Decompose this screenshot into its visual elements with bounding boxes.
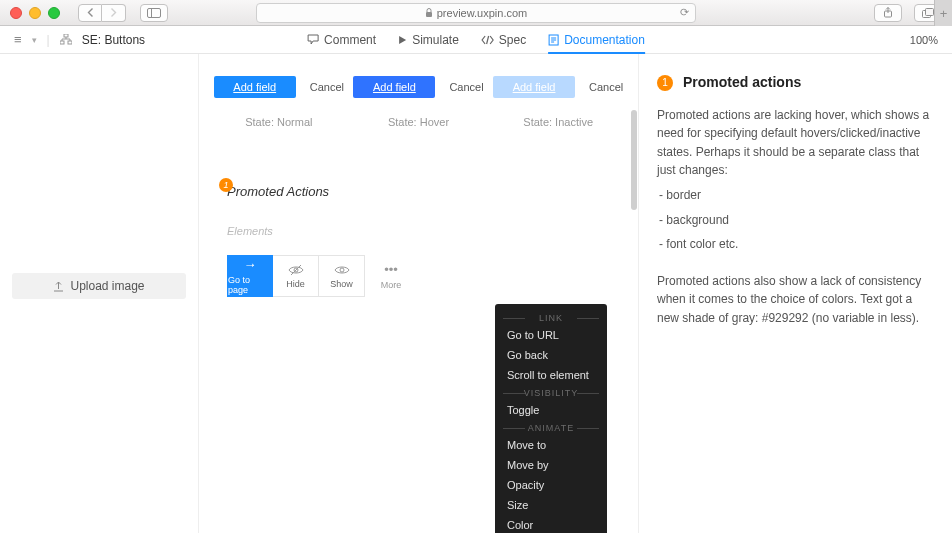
dropdown-item-opacity[interactable]: Opacity bbox=[495, 475, 607, 495]
play-icon bbox=[398, 35, 407, 45]
breadcrumb: ≡ ▾ | SE: Buttons bbox=[14, 32, 145, 47]
state-label-hover: State: Hover bbox=[388, 116, 449, 128]
minimize-window-button[interactable] bbox=[29, 7, 41, 19]
dropdown-item-size[interactable]: Size bbox=[495, 495, 607, 515]
add-field-button-normal[interactable]: Add field bbox=[214, 76, 296, 98]
back-button[interactable] bbox=[78, 4, 102, 22]
tab-documentation-label: Documentation bbox=[564, 33, 645, 47]
eye-off-icon bbox=[288, 264, 304, 276]
state-label-inactive: State: Inactive bbox=[523, 116, 593, 128]
eye-icon bbox=[334, 264, 350, 276]
canvas-scrollbar[interactable] bbox=[630, 54, 638, 533]
dropdown-item-toggle[interactable]: Toggle bbox=[495, 400, 607, 420]
share-button[interactable] bbox=[874, 4, 902, 22]
section-promoted-actions: 1 Promoted Actions bbox=[227, 184, 628, 199]
doc-pin-1[interactable]: 1 bbox=[657, 75, 673, 91]
safari-sidebar-button[interactable] bbox=[140, 4, 168, 22]
annotation-pin-1[interactable]: 1 bbox=[219, 178, 233, 192]
dropdown-section-visibility: VISIBILITY bbox=[495, 385, 607, 400]
elements-label: Elements bbox=[227, 225, 628, 237]
tab-spec[interactable]: Spec bbox=[481, 33, 526, 47]
dropdown-item-go-back[interactable]: Go back bbox=[495, 345, 607, 365]
doc-paragraph-1: Promoted actions are lacking hover, whic… bbox=[657, 106, 934, 180]
lock-icon bbox=[425, 8, 433, 18]
menu-icon[interactable]: ≡ bbox=[14, 32, 22, 47]
tab-simulate[interactable]: Simulate bbox=[398, 33, 459, 47]
svg-rect-2 bbox=[426, 12, 432, 17]
dropdown-item-move-by[interactable]: Move by bbox=[495, 455, 607, 475]
state-label-normal: State: Normal bbox=[245, 116, 312, 128]
reload-icon[interactable]: ⟳ bbox=[680, 6, 689, 19]
sitemap-icon[interactable] bbox=[60, 34, 72, 45]
dropdown-item-color[interactable]: Color bbox=[495, 515, 607, 533]
close-window-button[interactable] bbox=[10, 7, 22, 19]
documentation-panel: 1 Promoted actions Promoted actions are … bbox=[638, 54, 952, 533]
design-canvas: Add field Cancel State: Normal Add field… bbox=[199, 54, 638, 533]
upload-label: Upload image bbox=[70, 279, 144, 293]
zoom-level[interactable]: 100% bbox=[910, 34, 938, 46]
svg-rect-0 bbox=[148, 8, 161, 17]
maximize-window-button[interactable] bbox=[48, 7, 60, 19]
doc-title: Promoted actions bbox=[683, 72, 801, 94]
page-title[interactable]: SE: Buttons bbox=[82, 33, 145, 47]
card-more-label: More bbox=[381, 280, 402, 290]
doc-icon bbox=[548, 34, 559, 46]
app-toolbar: ≡ ▾ | SE: Buttons Comment Simulate Spec … bbox=[0, 26, 952, 54]
cancel-link-hover[interactable]: Cancel bbox=[449, 81, 483, 93]
scrollbar-thumb[interactable] bbox=[631, 110, 637, 210]
section-title-text: Promoted Actions bbox=[227, 184, 329, 199]
left-sidebar: Upload image bbox=[0, 54, 199, 533]
dropdown-item-scroll-to-element[interactable]: Scroll to element bbox=[495, 365, 607, 385]
tab-simulate-label: Simulate bbox=[412, 33, 459, 47]
card-go-to-page[interactable]: → Go to page bbox=[227, 255, 273, 297]
card-hide[interactable]: Hide bbox=[273, 255, 319, 297]
code-icon bbox=[481, 35, 494, 45]
card-go-to-page-label: Go to page bbox=[228, 275, 272, 295]
arrow-right-icon: → bbox=[244, 257, 257, 272]
tab-spec-label: Spec bbox=[499, 33, 526, 47]
action-cards: → Go to page Hide Show ••• More bbox=[227, 255, 628, 297]
doc-bullet-font-color: - font color etc. bbox=[659, 235, 934, 254]
svg-point-17 bbox=[340, 268, 344, 272]
add-field-button-hover[interactable]: Add field bbox=[353, 76, 435, 98]
cancel-link-normal[interactable]: Cancel bbox=[310, 81, 344, 93]
card-show-label: Show bbox=[330, 279, 353, 289]
more-dropdown: LINK Go to URL Go back Scroll to element… bbox=[495, 304, 607, 533]
window-controls bbox=[10, 7, 60, 19]
doc-bullet-border: - border bbox=[659, 186, 934, 205]
dropdown-section-link: LINK bbox=[495, 310, 607, 325]
upload-image-button[interactable]: Upload image bbox=[12, 273, 186, 299]
card-hide-label: Hide bbox=[286, 279, 305, 289]
svg-rect-6 bbox=[926, 8, 934, 15]
chevron-down-icon[interactable]: ▾ bbox=[32, 35, 37, 45]
forward-button[interactable] bbox=[102, 4, 126, 22]
add-field-button-inactive[interactable]: Add field bbox=[493, 76, 575, 98]
nav-buttons bbox=[78, 4, 126, 22]
card-show[interactable]: Show bbox=[319, 255, 365, 297]
more-icon: ••• bbox=[384, 262, 398, 277]
svg-rect-8 bbox=[60, 41, 64, 44]
address-bar[interactable]: preview.uxpin.com ⟳ bbox=[256, 3, 696, 23]
svg-rect-7 bbox=[64, 34, 68, 37]
tab-documentation[interactable]: Documentation bbox=[548, 33, 645, 54]
cancel-link-inactive[interactable]: Cancel bbox=[589, 81, 623, 93]
tab-comment[interactable]: Comment bbox=[307, 33, 376, 47]
dropdown-item-go-to-url[interactable]: Go to URL bbox=[495, 325, 607, 345]
browser-titlebar: preview.uxpin.com ⟳ + bbox=[0, 0, 952, 26]
new-tab-button[interactable]: + bbox=[934, 0, 952, 26]
tab-comment-label: Comment bbox=[324, 33, 376, 47]
card-more[interactable]: ••• More bbox=[373, 255, 409, 297]
svg-rect-9 bbox=[68, 41, 72, 44]
dropdown-item-move-to[interactable]: Move to bbox=[495, 435, 607, 455]
dropdown-section-animate: ANIMATE bbox=[495, 420, 607, 435]
doc-bullet-background: - background bbox=[659, 211, 934, 230]
url-text: preview.uxpin.com bbox=[437, 7, 528, 19]
upload-icon bbox=[53, 281, 64, 292]
doc-paragraph-2: Promoted actions also show a lack of con… bbox=[657, 272, 934, 328]
comment-icon bbox=[307, 34, 319, 45]
